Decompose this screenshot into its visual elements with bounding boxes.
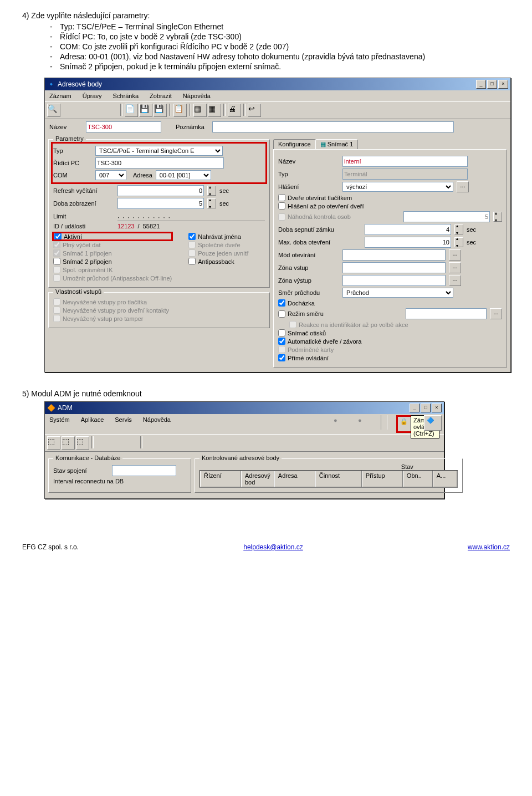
tab-konfigurace[interactable]: Konfigurace <box>273 139 316 149</box>
input-max-doba[interactable] <box>365 237 451 248</box>
col-adresbod[interactable]: Adresový bod <box>241 471 274 487</box>
menu-napoveda[interactable]: Nápověda <box>181 91 213 100</box>
tool-nav-prev-icon[interactable] <box>76 104 89 117</box>
chk-antipass[interactable]: Antipassback <box>188 258 248 265</box>
menu-zobrazit[interactable]: Zobrazit <box>147 91 174 100</box>
menu-servis[interactable]: Servis <box>112 415 134 433</box>
maximize-button[interactable]: □ <box>421 404 431 412</box>
btn-rezim-more[interactable]: … <box>490 308 502 319</box>
select-typ[interactable]: TSC/E/PoE - Terminal SingleCon E <box>95 146 223 156</box>
menu-napoveda[interactable]: Nápověda <box>141 415 173 433</box>
tool-icon[interactable]: ⬚ <box>62 436 75 450</box>
input-stav[interactable] <box>112 465 176 476</box>
footer-mail[interactable]: helpdesk@aktion.cz <box>243 543 303 551</box>
menu-system[interactable]: Systém <box>47 415 72 433</box>
tool-nav-last-icon[interactable] <box>105 104 118 117</box>
tool-icon[interactable]: ⬚ <box>76 436 89 450</box>
tool-dot-grey-icon[interactable]: ● <box>331 415 349 431</box>
close-button[interactable]: × <box>432 404 442 412</box>
tool-grid-icon[interactable]: ▦ <box>193 104 207 117</box>
tool-save-icon[interactable]: 💾 <box>139 104 152 117</box>
tool-nav-next-icon[interactable] <box>90 104 104 117</box>
input-refresh[interactable] <box>117 185 204 196</box>
chk-nahodna: Náhodná kontrola osob <box>278 213 400 221</box>
menu-schranka[interactable]: Schránka <box>111 91 141 100</box>
input-ridici[interactable] <box>95 157 224 169</box>
tool-dot-grey2-icon[interactable]: ● <box>355 415 373 431</box>
btn-zonavstup-more[interactable]: … <box>449 262 461 273</box>
select-adresa[interactable]: 00-01 [001] <box>156 170 211 180</box>
tool-print-icon[interactable]: 🖨 <box>228 104 241 117</box>
minimize-button[interactable]: _ <box>410 404 420 412</box>
spinner-nahodna[interactable] <box>493 212 502 222</box>
spinner-doba[interactable] <box>207 198 216 208</box>
tool-search-icon[interactable]: 🔍 <box>47 104 60 117</box>
spinner-refresh[interactable] <box>207 186 216 196</box>
chk-nahravat[interactable]: Nahrávat jména <box>188 233 248 240</box>
chk-snimac1: Snímač 1 připojen <box>53 249 172 257</box>
spinner-sepnuti[interactable] <box>454 224 463 234</box>
col-cinnost[interactable]: Činnost <box>315 471 362 487</box>
input-s-nazev[interactable] <box>342 156 468 167</box>
select-smer[interactable]: Průchod <box>342 288 453 298</box>
select-s-hlaseni[interactable]: výchozí <box>342 182 453 192</box>
tool-nav-first-icon[interactable] <box>62 104 75 117</box>
chk-aktivni[interactable]: Aktivní <box>53 233 172 240</box>
close-button[interactable]: × <box>498 80 508 89</box>
col-a[interactable]: A... <box>433 471 457 487</box>
minimize-button[interactable]: _ <box>476 80 486 89</box>
input-zona-vystup[interactable] <box>342 275 446 286</box>
tool-icon[interactable] <box>125 436 138 450</box>
input-doba[interactable] <box>117 198 204 209</box>
chk-hlaseni-po[interactable]: Hlášení až po otevření dveří <box>278 202 502 210</box>
tool-new-icon[interactable]: 📄 <box>125 104 138 117</box>
col-rizeni[interactable]: Řízení <box>200 471 241 487</box>
footer-web[interactable]: www.aktion.cz <box>468 543 510 551</box>
chk-otisk[interactable]: Snímač otisků <box>278 329 502 336</box>
spinner-maxdoba[interactable] <box>454 237 463 247</box>
input-doba-sepnuti[interactable] <box>365 224 451 235</box>
tool-icon[interactable] <box>96 436 109 450</box>
btn-mod-more[interactable]: … <box>449 249 461 261</box>
input-zona-vstup[interactable] <box>342 262 446 273</box>
col-obn[interactable]: Obn.. <box>403 471 433 487</box>
tool-exit-icon[interactable]: ↩ <box>248 104 261 117</box>
select-com[interactable]: 007 <box>95 170 126 180</box>
tool-grid2-icon[interactable]: ▦ <box>208 104 221 117</box>
chk-podminene: Podmíněné karty <box>278 346 502 353</box>
chk-dochazka[interactable]: Docházka <box>278 299 502 307</box>
col-pristup[interactable]: Přístup <box>362 471 403 487</box>
tool-saveall-icon[interactable]: 💾 <box>154 104 167 117</box>
input-nazev[interactable] <box>86 121 161 132</box>
titlebar[interactable]: 🔹 Adresové body _ □ × <box>45 78 510 90</box>
chk-rezim[interactable]: Režim směru <box>278 310 402 318</box>
input-nahodna <box>403 211 490 222</box>
tool-icon[interactable] <box>110 436 124 450</box>
input-mod[interactable] <box>342 249 446 261</box>
tool-icon[interactable] <box>145 436 158 450</box>
limit-slider[interactable]: · · · · · · · · · · · <box>117 211 265 221</box>
btn-zonavystup-more[interactable]: … <box>449 275 461 286</box>
toolbar2: ⬚ ⬚ ⬚ <box>45 434 444 452</box>
chk-auto[interactable]: Automatické dveře / závora <box>278 338 502 345</box>
col-adresa[interactable]: Adresa <box>274 471 315 487</box>
menu-upravy[interactable]: Úpravy <box>80 91 104 100</box>
tab-snimac1[interactable]: ▦ Snímač 1 <box>315 139 359 149</box>
titlebar[interactable]: 🔶 ADM _ □ × <box>45 402 444 414</box>
chk-reakce: Reakce na identifikátor až po volbě akce <box>289 321 502 328</box>
chk-plny: Plný výčet dat <box>53 241 172 248</box>
tool-exit-icon[interactable]: 🔷 <box>424 415 442 431</box>
menu-aplikace[interactable]: Aplikace <box>79 415 106 433</box>
label-doba: Doba zobrazení <box>53 200 114 207</box>
input-poznamka[interactable] <box>212 121 454 132</box>
menu-zaznam[interactable]: Záznam <box>47 91 74 100</box>
chk-dvere-tl[interactable]: Dveře otevírat tlačítkem <box>278 194 502 201</box>
input-rezim[interactable] <box>406 308 487 319</box>
tool-icon[interactable]: ⬚ <box>47 436 60 450</box>
chk-snimac2[interactable]: Snímač 2 připojen <box>53 258 172 265</box>
tool-list-icon[interactable]: 📋 <box>173 104 187 117</box>
tool-icon[interactable] <box>159 436 172 450</box>
maximize-button[interactable]: □ <box>487 80 497 89</box>
btn-hlaseni-more[interactable]: … <box>457 181 469 192</box>
chk-prime[interactable]: Přímé ovládání <box>278 354 502 361</box>
